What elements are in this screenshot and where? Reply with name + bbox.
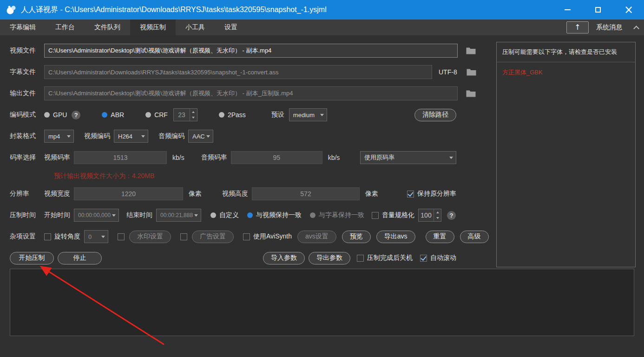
radio-match-video-label: 与视频保持一致 [256, 211, 302, 219]
audio-bitrate-input[interactable]: 95 [231, 151, 322, 164]
video-codec-label: 视频编码 [84, 132, 110, 140]
ad-settings-button[interactable]: 广告设置 [192, 231, 234, 243]
radio-2pass-dot[interactable] [219, 112, 224, 118]
system-message-link[interactable]: 系统消息 [596, 23, 622, 32]
subtitle-encoding-label: UTF-8 [439, 68, 457, 76]
keep-resolution-checkbox[interactable] [407, 191, 414, 198]
container-format-label: 封装格式 [10, 132, 44, 140]
autoscroll-label: 自动滚动 [430, 254, 456, 262]
video-bitrate-input[interactable]: 1513 [74, 151, 167, 164]
start-time-combo[interactable]: 00:00:00,000 [74, 209, 119, 222]
radio-gpu[interactable]: GPU [44, 111, 67, 119]
export-avs-button[interactable]: 导出avs [376, 231, 415, 243]
video-codec-select[interactable]: H264 [114, 130, 148, 143]
rotation-select[interactable]: 0 [84, 230, 108, 243]
tab-subtitle-edit[interactable]: 字幕编辑 [0, 20, 46, 35]
output-file-label: 输出文件 [10, 89, 44, 98]
avisynth-checkbox[interactable] [243, 233, 250, 240]
window-controls [552, 0, 644, 20]
radio-crf[interactable]: CRF [145, 111, 168, 119]
preset-label: 预设 [271, 111, 284, 119]
radio-abr[interactable]: ABR [102, 111, 124, 119]
radio-gpu-dot[interactable] [44, 112, 50, 118]
bitrate-mode-select[interactable]: 使用原码率 [360, 151, 456, 164]
minimize-icon [565, 9, 571, 10]
clear-path-button[interactable]: 清除路径 [414, 109, 456, 121]
spin-up-icon[interactable] [434, 209, 441, 215]
crf-value-spinner[interactable]: 23 [173, 108, 197, 121]
volume-normalize-checkbox[interactable] [372, 212, 379, 219]
shutdown-checkbox[interactable] [357, 255, 364, 262]
stop-button[interactable]: 停止 [58, 252, 102, 264]
export-params-button[interactable]: 导出参数 [309, 252, 350, 264]
maximize-button[interactable] [583, 0, 613, 20]
container-format-select[interactable]: mp4 [44, 130, 74, 143]
required-font-item: 方正黑体_GBK [497, 62, 635, 83]
container-format-row: 封装格式 mp4 视频编码 H264 音频编码 AAC [10, 129, 456, 143]
radio-match-subtitle[interactable]: 与字幕保持一致 [310, 211, 364, 219]
collapse-chevron-icon[interactable] [633, 26, 639, 32]
required-fonts-panel: 压制可能需要以下字体，请检查是否已安装 方正黑体_GBK [496, 42, 636, 267]
spin-down-icon[interactable] [190, 115, 197, 121]
tab-settings[interactable]: 设置 [215, 20, 247, 35]
encoding-mode-row: 编码模式 GPU ABR CRF 23 2Pass 预设 medium [10, 108, 456, 122]
minimize-button[interactable] [552, 0, 583, 20]
radio-match-video[interactable]: 与视频保持一致 [247, 211, 302, 219]
preset-select[interactable]: medium [289, 108, 327, 121]
bitrate-label: 码率选择 [10, 153, 44, 162]
subtitle-file-label: 字幕文件 [10, 68, 44, 76]
subtitle-file-browse-button[interactable] [467, 68, 476, 76]
upload-arrow-button[interactable] [566, 21, 589, 33]
volume-spinner[interactable]: 100 [418, 209, 441, 222]
watermark-checkbox[interactable] [118, 233, 125, 240]
tab-file-queue[interactable]: 文件队列 [85, 20, 130, 35]
log-output-area[interactable] [10, 269, 634, 336]
close-button[interactable] [613, 0, 644, 20]
output-file-browse-button[interactable] [466, 90, 476, 97]
spin-up-icon[interactable] [190, 109, 197, 115]
radio-2pass-label: 2Pass [228, 111, 246, 119]
tab-video-compress[interactable]: 视频压制 [130, 20, 176, 35]
preview-button[interactable]: 预览 [342, 231, 371, 243]
video-width-unit: 像素 [189, 190, 202, 198]
audio-codec-select[interactable]: AAC [188, 130, 213, 143]
radio-custom-dot[interactable] [210, 212, 216, 218]
keep-resolution-label: 保持原分辨率 [417, 190, 456, 198]
spin-down-icon[interactable] [434, 215, 441, 221]
output-file-input[interactable]: C:\Users\Administrator\Desktop\测试\视频\游戏讲… [44, 86, 458, 100]
preset-value: medium [293, 112, 315, 119]
rotation-checkbox[interactable] [44, 233, 51, 240]
subtitle-file-input[interactable]: C:\Users\Administrator\Downloads\RRYSJ\t… [44, 65, 432, 79]
ad-checkbox[interactable] [180, 233, 187, 240]
tab-tools[interactable]: 小工具 [176, 20, 215, 35]
avs-settings-button[interactable]: avs设置 [297, 231, 336, 243]
advanced-button[interactable]: 高级 [460, 231, 489, 243]
tab-workbench[interactable]: 工作台 [46, 20, 85, 35]
radio-abr-dot[interactable] [102, 112, 107, 118]
tabbar: 字幕编辑 工作台 文件队列 视频压制 小工具 设置 系统消息 [0, 20, 644, 35]
video-file-input[interactable]: C:\Users\Administrator\Desktop\测试\视频\游戏讲… [44, 44, 458, 58]
reset-button[interactable]: 重置 [426, 231, 454, 243]
video-width-input[interactable]: 1220 [74, 187, 183, 200]
radio-match-subtitle-label: 与字幕保持一致 [319, 211, 364, 219]
watermark-settings-button[interactable]: 水印设置 [129, 231, 171, 243]
radio-2pass[interactable]: 2Pass [219, 111, 246, 119]
autoscroll-checkbox[interactable] [420, 255, 427, 262]
video-file-browse-button[interactable] [466, 47, 476, 54]
video-bitrate-unit: kb/s [172, 154, 184, 161]
radio-match-video-dot[interactable] [247, 212, 253, 218]
volume-help-icon[interactable] [447, 211, 456, 220]
end-time-combo[interactable]: 00:00:21,888 [156, 209, 201, 222]
video-height-input[interactable]: 572 [252, 187, 360, 200]
start-compress-button[interactable]: 开始压制 [10, 252, 54, 264]
import-params-button[interactable]: 导入参数 [263, 252, 305, 264]
volume-normalize-label: 音量规格化 [382, 211, 414, 219]
gpu-help-icon[interactable] [72, 111, 80, 119]
folder-icon [466, 90, 476, 97]
folder-icon [467, 68, 476, 76]
radio-crf-dot[interactable] [145, 112, 151, 118]
compress-time-row: 压制时间 开始时间 00:00:00,000 结束时间 00:00:21,888… [10, 208, 456, 222]
radio-match-subtitle-dot[interactable] [310, 212, 315, 218]
close-icon [624, 4, 633, 15]
radio-custom-time[interactable]: 自定义 [210, 211, 239, 219]
